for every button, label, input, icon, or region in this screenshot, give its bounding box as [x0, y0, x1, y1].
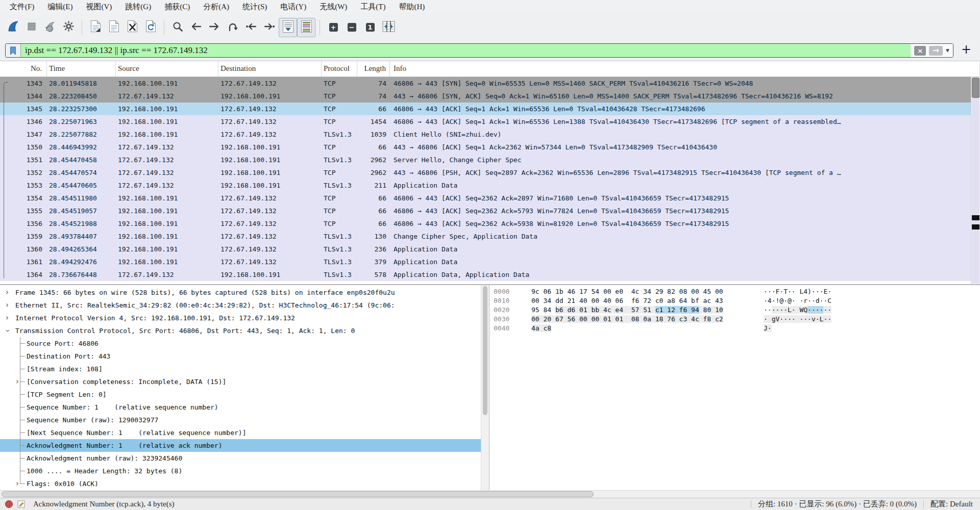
capture-comment-icon[interactable] [17, 500, 25, 508]
column-header-protocol[interactable]: Protocol [322, 61, 357, 76]
save-capture-file-button[interactable] [105, 18, 123, 37]
detail-line[interactable]: ›Ethernet II, Src: RealtekSemic_34:29:82… [0, 299, 489, 312]
detail-line[interactable]: Acknowledgment number (raw): 3239245460 [0, 452, 489, 465]
details-hscrollbar-thumb[interactable] [2, 491, 594, 497]
open-capture-file-button[interactable] [86, 18, 105, 37]
filter-input[interactable] [21, 44, 911, 57]
menu-item-help[interactable]: 帮助(H) [392, 1, 431, 13]
go-to-packet-button[interactable] [224, 18, 242, 37]
filter-dropdown-caret[interactable]: ▼ [946, 48, 949, 53]
hex-line[interactable]: 003000 20 67 56 00 00 01 01 08 0a 18 76 … [494, 315, 980, 324]
packet-row[interactable]: 135928.493784407192.168.100.191172.67.14… [0, 230, 980, 243]
details-hscrollbar[interactable] [0, 490, 980, 498]
packet-row[interactable]: 134628.225071963192.168.100.191172.67.14… [0, 115, 980, 128]
menu-item-view[interactable]: 视图(V) [80, 1, 119, 13]
detail-line[interactable]: [Stream index: 108] [0, 363, 489, 375]
column-header-destination[interactable]: Destination [218, 61, 322, 76]
menu-item-wireless[interactable]: 无线(W) [313, 1, 354, 13]
hex-line[interactable]: 00009c 06 1b 46 17 54 00 e0 4c 34 29 82 … [494, 287, 980, 296]
menu-item-go[interactable]: 跳转(G) [118, 1, 158, 13]
packet-row[interactable]: 134728.225077882192.168.100.191172.67.14… [0, 128, 980, 141]
packet-row[interactable]: 135528.454519057192.168.100.191172.67.14… [0, 205, 980, 217]
detail-line[interactable]: Source Port: 46806 [0, 337, 489, 350]
zoom-out-button[interactable]: − [342, 18, 361, 37]
go-back-button[interactable] [187, 18, 205, 37]
detail-line[interactable]: ›[Conversation completeness: Incomplete,… [0, 375, 489, 388]
menu-item-file[interactable]: 文件(F) [3, 1, 41, 13]
detail-line[interactable]: [Next Sequence Number: 1 (relative seque… [0, 426, 489, 439]
detail-line[interactable]: Acknowledgment Number: 1 (relative ack n… [0, 439, 489, 452]
detail-line[interactable]: ›Transmission Control Protocol, Src Port… [0, 324, 489, 337]
menu-item-edit[interactable]: 编辑(E) [41, 1, 79, 13]
find-packet-button[interactable] [168, 18, 187, 37]
column-header-no[interactable]: No. [0, 61, 47, 76]
packet-row[interactable]: 136028.494265364192.168.100.191172.67.14… [0, 243, 980, 256]
capture-options-button[interactable] [59, 18, 78, 37]
hex-bytes[interactable]: 00 20 67 56 00 00 01 01 08 0a 18 76 c3 4… [531, 315, 728, 324]
menu-item-telephony[interactable]: 电话(Y) [274, 1, 313, 13]
detail-line[interactable]: 1000 .... = Header Length: 32 bytes (8) [0, 465, 489, 477]
expand-icon[interactable]: › [14, 477, 20, 490]
go-first-packet-button[interactable] [242, 18, 260, 37]
expand-icon[interactable]: › [4, 286, 10, 299]
expand-icon[interactable]: › [4, 299, 10, 312]
hex-ascii[interactable]: ···F·T·· L4)···E· [764, 287, 831, 296]
hex-line[interactable]: 00404a c8J· [494, 324, 980, 333]
stop-capture-button[interactable] [22, 18, 41, 37]
packet-row[interactable]: 135028.446943992172.67.149.132192.168.10… [0, 141, 980, 154]
column-header-info[interactable]: Info [390, 61, 980, 76]
expert-info-icon[interactable] [5, 500, 13, 508]
filter-add-button[interactable]: + [958, 43, 975, 58]
hex-bytes[interactable]: 00 34 dd 21 40 00 40 06 f6 72 c0 a8 64 b… [531, 296, 728, 305]
expand-icon[interactable]: › [4, 312, 10, 324]
detail-line[interactable]: [TCP Segment Len: 0] [0, 388, 489, 401]
menu-item-capture[interactable]: 捕获(C) [158, 1, 197, 13]
hex-line[interactable]: 002095 84 b6 d6 01 bb 4c e4 57 51 c1 12 … [494, 305, 980, 315]
packet-row[interactable]: 135228.454470574172.67.149.132192.168.10… [0, 166, 980, 179]
go-last-packet-button[interactable] [260, 18, 279, 37]
auto-scroll-toggle[interactable] [279, 18, 297, 37]
detail-line[interactable]: Sequence Number (raw): 1290032977 [0, 414, 489, 426]
packet-row[interactable]: 134428.223208450172.67.149.132192.168.10… [0, 90, 980, 103]
filter-bookmark-button[interactable] [6, 44, 21, 57]
packet-row[interactable]: 134528.223257300192.168.100.191172.67.14… [0, 103, 980, 115]
hex-bytes[interactable]: 9c 06 1b 46 17 54 00 e0 4c 34 29 82 08 0… [531, 287, 728, 296]
restart-capture-button[interactable] [41, 18, 59, 37]
zoom-100-button[interactable]: 1 [361, 18, 379, 37]
column-header-length[interactable]: Length [357, 61, 390, 76]
hex-bytes[interactable]: 95 84 b6 d6 01 bb 4c e4 57 51 c1 12 f6 9… [531, 305, 728, 315]
menu-item-analyze[interactable]: 分析(A) [197, 1, 236, 13]
column-header-source[interactable]: Source [116, 61, 218, 76]
menu-item-tools[interactable]: 工具(T) [354, 1, 392, 13]
packet-list-scrollbar[interactable] [971, 77, 980, 284]
go-forward-button[interactable] [205, 18, 224, 37]
close-capture-file-button[interactable] [123, 18, 141, 37]
reload-capture-file-button[interactable] [141, 18, 160, 37]
collapse-icon[interactable]: › [1, 328, 14, 334]
detail-line[interactable]: ›Internet Protocol Version 4, Src: 192.1… [0, 312, 489, 324]
detail-line[interactable]: ›Flags: 0x010 (ACK) [0, 477, 489, 490]
hex-line[interactable]: 001000 34 dd 21 40 00 40 06 f6 72 c0 a8 … [494, 296, 980, 305]
details-scrollbar-thumb[interactable] [483, 286, 487, 415]
filter-clear-button[interactable]: × [914, 46, 926, 56]
detail-line[interactable]: Destination Port: 443 [0, 350, 489, 363]
zoom-in-button[interactable]: + [324, 18, 342, 37]
packet-row[interactable]: 135628.454521988192.168.100.191172.67.14… [0, 217, 980, 230]
resize-columns-button[interactable] [379, 18, 398, 37]
hex-ascii[interactable]: ······L· WQ······ [764, 305, 831, 315]
colorize-toggle[interactable] [297, 18, 315, 37]
packet-row[interactable]: 135128.454470458172.67.149.132192.168.10… [0, 154, 980, 166]
detail-line[interactable]: ›Frame 1345: 66 bytes on wire (528 bits)… [0, 286, 489, 299]
packet-row[interactable]: 135328.454470605172.67.149.132192.168.10… [0, 179, 980, 192]
column-header-time[interactable]: Time [47, 61, 116, 76]
hex-bytes[interactable]: 4a c8 [531, 324, 728, 333]
filter-apply-button[interactable]: → [929, 46, 943, 56]
hex-ascii[interactable]: · gV···· ···v·L·· [764, 315, 831, 324]
details-scrollbar[interactable] [481, 285, 489, 490]
menu-item-statistics[interactable]: 统计(S) [236, 1, 274, 13]
start-capture-button[interactable] [4, 18, 22, 37]
packet-row[interactable]: 136428.736676448172.67.149.132192.168.10… [0, 268, 980, 281]
hex-ascii[interactable]: J· [764, 324, 772, 333]
status-profile[interactable]: 配置: Default [930, 499, 973, 509]
expand-icon[interactable]: › [14, 375, 20, 388]
